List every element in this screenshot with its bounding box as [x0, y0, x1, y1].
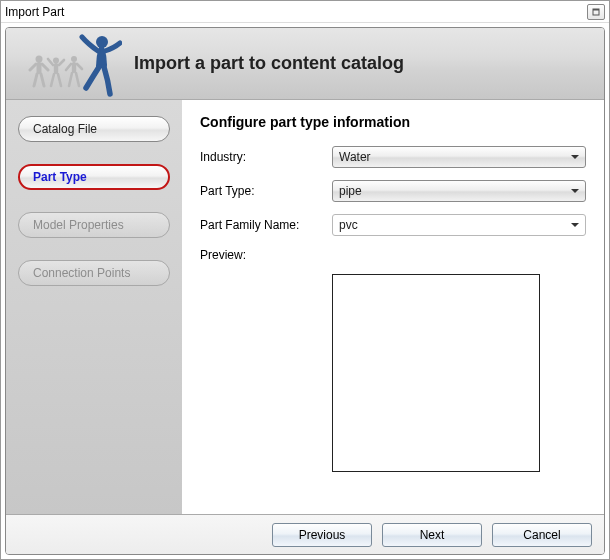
preview-area: [332, 274, 540, 472]
button-label: Cancel: [523, 528, 560, 542]
part-type-value: pipe: [339, 184, 567, 198]
part-family-dropdown[interactable]: pvc: [332, 214, 586, 236]
import-part-window: Import Part: [0, 0, 610, 560]
next-button[interactable]: Next: [382, 523, 482, 547]
nav-step-label: Catalog File: [33, 122, 97, 136]
row-part-type: Part Type: pipe: [200, 180, 586, 202]
svg-point-2: [36, 55, 43, 62]
window-title: Import Part: [5, 5, 587, 19]
nav-step-part-type[interactable]: Part Type: [18, 164, 170, 190]
industry-value: Water: [339, 150, 567, 164]
svg-rect-5: [54, 63, 58, 74]
nav-step-model-properties: Model Properties: [18, 212, 170, 238]
part-type-dropdown[interactable]: pipe: [332, 180, 586, 202]
content: Import a part to content catalog Catalog…: [5, 27, 605, 555]
body: Catalog File Part Type Model Properties …: [6, 100, 604, 514]
previous-button[interactable]: Previous: [272, 523, 372, 547]
svg-point-8: [96, 36, 108, 48]
wizard-nav: Catalog File Part Type Model Properties …: [6, 100, 182, 514]
cancel-button[interactable]: Cancel: [492, 523, 592, 547]
person-icon: [46, 56, 66, 88]
chevron-down-icon: [571, 223, 579, 227]
close-icon: [592, 8, 600, 16]
titlebar: Import Part: [1, 1, 609, 23]
part-family-label: Part Family Name:: [200, 218, 332, 232]
industry-label: Industry:: [200, 150, 332, 164]
row-industry: Industry: Water: [200, 146, 586, 168]
nav-step-catalog-file[interactable]: Catalog File: [18, 116, 170, 142]
header-title: Import a part to content catalog: [126, 53, 592, 74]
button-label: Next: [420, 528, 445, 542]
button-label: Previous: [299, 528, 346, 542]
part-family-value: pvc: [339, 218, 567, 232]
row-part-family: Part Family Name: pvc: [200, 214, 586, 236]
section-title: Configure part type information: [200, 114, 586, 130]
chevron-down-icon: [571, 155, 579, 159]
row-preview: Preview:: [200, 248, 586, 262]
header-illustration: [18, 28, 126, 100]
nav-step-connection-points: Connection Points: [18, 260, 170, 286]
industry-dropdown[interactable]: Water: [332, 146, 586, 168]
nav-step-label: Connection Points: [33, 266, 130, 280]
main-panel: Configure part type information Industry…: [182, 100, 604, 514]
close-button[interactable]: [587, 4, 605, 20]
svg-rect-1: [593, 9, 599, 11]
nav-step-label: Model Properties: [33, 218, 124, 232]
person-jumping-icon: [74, 34, 122, 98]
header: Import a part to content catalog: [6, 28, 604, 100]
chevron-down-icon: [571, 189, 579, 193]
part-type-label: Part Type:: [200, 184, 332, 198]
nav-step-label: Part Type: [33, 170, 87, 184]
preview-label: Preview:: [200, 248, 332, 262]
footer: Previous Next Cancel: [6, 514, 604, 554]
svg-point-4: [53, 57, 59, 63]
